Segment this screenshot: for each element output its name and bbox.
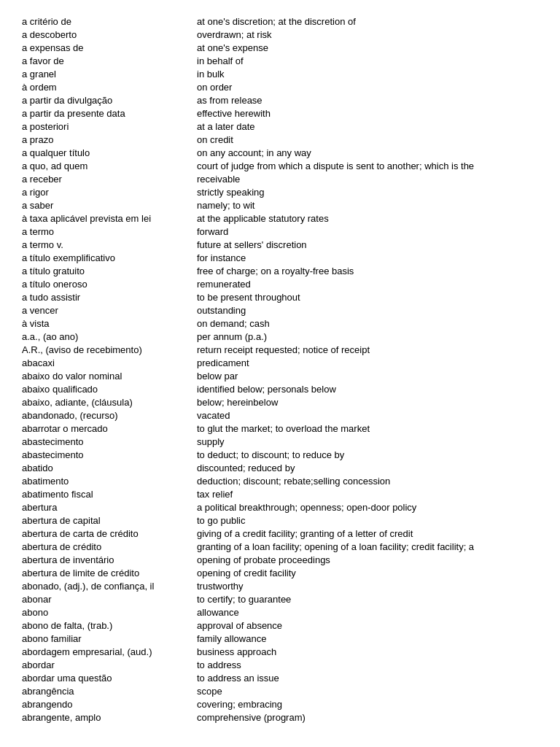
definition-cell: on demand; cash [197, 317, 538, 330]
definition-cell: to be present throughout [197, 290, 538, 303]
table-row: abastecimentosupply [22, 435, 538, 448]
definition-cell: in bulk [197, 67, 538, 80]
term-cell: abatido [22, 461, 197, 474]
term-cell: abonar [22, 592, 197, 605]
term-cell: abordar uma questão [22, 671, 197, 684]
term-cell: a favor de [22, 54, 197, 67]
table-row: abonoallowance [22, 605, 538, 619]
table-row: a favor dein behalf of [22, 54, 538, 67]
term-cell: a receber [22, 172, 197, 185]
definition-cell: to glut the market; to overload the mark… [197, 422, 538, 435]
term-cell: abertura de crédito [22, 540, 197, 553]
definition-cell: allowance [197, 605, 538, 619]
table-row: abrangênciascope [22, 684, 538, 697]
table-row: abatidodiscounted; reduced by [22, 461, 538, 474]
term-cell: a expensas de [22, 41, 197, 54]
definition-cell: identified below; personals below [197, 382, 538, 395]
term-cell: abonado, (adj.), de confiança, il [22, 579, 197, 592]
definition-cell: family allowance [197, 632, 538, 645]
table-row: abono familiarfamily allowance [22, 632, 538, 645]
definition-cell: on order [197, 80, 538, 93]
term-cell: abastecimento [22, 435, 197, 448]
definition-cell: return receipt requested; notice of rece… [197, 343, 538, 356]
table-row: abonarto certify; to guarantee [22, 592, 538, 605]
table-row: a sabernamely; to wit [22, 198, 538, 212]
definition-cell: future at sellers' discretion [197, 238, 538, 251]
term-cell: a partir da presente data [22, 107, 197, 120]
term-cell: abertura de carta de crédito [22, 527, 197, 540]
term-cell: abertura de limite de crédito [22, 566, 197, 579]
definition-cell: scope [197, 684, 538, 697]
term-cell: a granel [22, 67, 197, 80]
definition-cell: deduction; discount; rebate;selling conc… [197, 474, 538, 487]
table-row: a qualquer títuloon any account; in any … [22, 146, 538, 159]
definition-cell: outstanding [197, 303, 538, 317]
term-cell: a título exemplificativo [22, 251, 197, 264]
definition-cell: free of charge; on a royalty-free basis [197, 264, 538, 277]
term-cell: abordar [22, 658, 197, 671]
table-row: abertura de capitalto go public [22, 514, 538, 527]
definition-cell: strictly speaking [197, 185, 538, 198]
table-row: a prazoon credit [22, 133, 538, 146]
table-row: à taxa aplicável prevista em leiat the a… [22, 212, 538, 225]
table-row: a receberreceivable [22, 172, 538, 185]
table-row: aberturaa political breakthrough; openne… [22, 500, 538, 514]
table-row: abaixo, adiante, (cláusula)below; herein… [22, 395, 538, 409]
table-row: a tudo assistirto be present throughout [22, 290, 538, 303]
table-row: A.R., (aviso de recebimento)return recei… [22, 343, 538, 356]
term-cell: abarrotar o mercado [22, 422, 197, 435]
term-cell: abono familiar [22, 632, 197, 645]
table-row: a rigorstrictly speaking [22, 185, 538, 198]
definition-cell: a political breakthrough; openness; open… [197, 500, 538, 514]
table-row: abertura de carta de créditogiving of a … [22, 527, 538, 540]
term-cell: a posteriori [22, 120, 197, 133]
term-cell: abatimento fiscal [22, 487, 197, 500]
table-row: abacaxipredicament [22, 356, 538, 369]
definition-cell: for instance [197, 251, 538, 264]
table-row: abrangente, amplocomprehensive (program) [22, 711, 538, 724]
definition-cell: trustworthy [197, 579, 538, 592]
term-cell: à ordem [22, 80, 197, 93]
table-row: a critério deat one's discretion; at the… [22, 15, 538, 28]
term-cell: a partir da divulgação [22, 93, 197, 107]
definition-cell: below par [197, 369, 538, 382]
definition-cell: vacated [197, 409, 538, 422]
table-row: a título onerosoremunerated [22, 277, 538, 290]
table-row: a partir da presente dataeffective herew… [22, 107, 538, 120]
term-cell: abrangência [22, 684, 197, 697]
term-cell: a saber [22, 198, 197, 212]
table-row: abaixo do valor nominalbelow par [22, 369, 538, 382]
definition-cell: on any account; in any way [197, 146, 538, 159]
definition-cell: effective herewith [197, 107, 538, 120]
term-cell: à taxa aplicável prevista em lei [22, 212, 197, 225]
term-cell: abono de falta, (trab.) [22, 619, 197, 632]
term-cell: A.R., (aviso de recebimento) [22, 343, 197, 356]
definition-cell: on credit [197, 133, 538, 146]
table-row: à ordemon order [22, 80, 538, 93]
table-row: a posterioriat a later date [22, 120, 538, 133]
definition-cell: namely; to wit [197, 198, 538, 212]
definition-cell: remunerated [197, 277, 538, 290]
table-row: a título exemplificativofor instance [22, 251, 538, 264]
definition-cell: to go public [197, 514, 538, 527]
definition-cell: to certify; to guarantee [197, 592, 538, 605]
term-cell: abordagem empresarial, (aud.) [22, 645, 197, 658]
definition-cell: to address [197, 658, 538, 671]
definition-cell: to address an issue [197, 671, 538, 684]
definition-cell: tax relief [197, 487, 538, 500]
table-row: a título gratuitofree of charge; on a ro… [22, 264, 538, 277]
definition-cell: at one's expense [197, 41, 538, 54]
term-cell: a descoberto [22, 28, 197, 41]
table-row: abono de falta, (trab.)approval of absen… [22, 619, 538, 632]
definition-cell: at the applicable statutory rates [197, 212, 538, 225]
table-row: a expensas deat one's expense [22, 41, 538, 54]
definition-cell: below; hereinbelow [197, 395, 538, 409]
term-cell: a prazo [22, 133, 197, 146]
term-cell: a quo, ad quem [22, 159, 197, 172]
definition-cell: predicament [197, 356, 538, 369]
table-row: abatimentodeduction; discount; rebate;se… [22, 474, 538, 487]
term-cell: a qualquer título [22, 146, 197, 159]
term-cell: a.a., (ao ano) [22, 330, 197, 343]
term-cell: abastecimento [22, 448, 197, 461]
table-row: abandonado, (recurso)vacated [22, 409, 538, 422]
